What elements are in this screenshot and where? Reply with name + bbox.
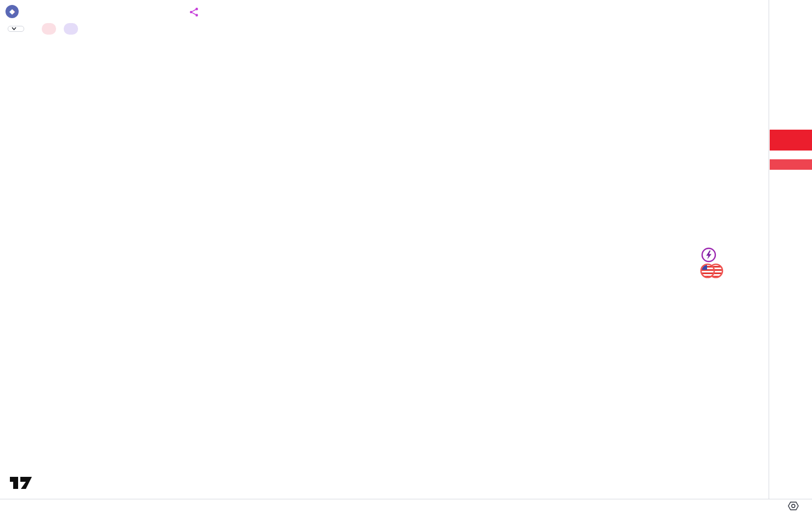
chevron-down-icon <box>12 27 16 30</box>
refresh-button[interactable] <box>64 23 78 35</box>
time-axis[interactable] <box>0 499 812 512</box>
usa-flags-icon[interactable] <box>699 263 724 279</box>
interval-dropdown[interactable] <box>8 26 24 32</box>
lightning-badge-icon[interactable] <box>701 247 716 263</box>
price-axis[interactable] <box>769 0 812 499</box>
share-icon[interactable] <box>189 7 199 17</box>
last-price-tag <box>770 130 812 151</box>
alert-level-tag <box>770 159 812 170</box>
ohlc-readout <box>203 7 226 16</box>
ethereum-icon: ◆ <box>5 5 19 18</box>
tradingview-chart-window: ◆ <box>0 0 812 512</box>
tradingview-logo[interactable] <box>8 472 35 492</box>
chart-canvas[interactable] <box>0 0 812 512</box>
alert-badge[interactable] <box>42 23 56 35</box>
session-hexagon-icon[interactable] <box>787 501 799 511</box>
